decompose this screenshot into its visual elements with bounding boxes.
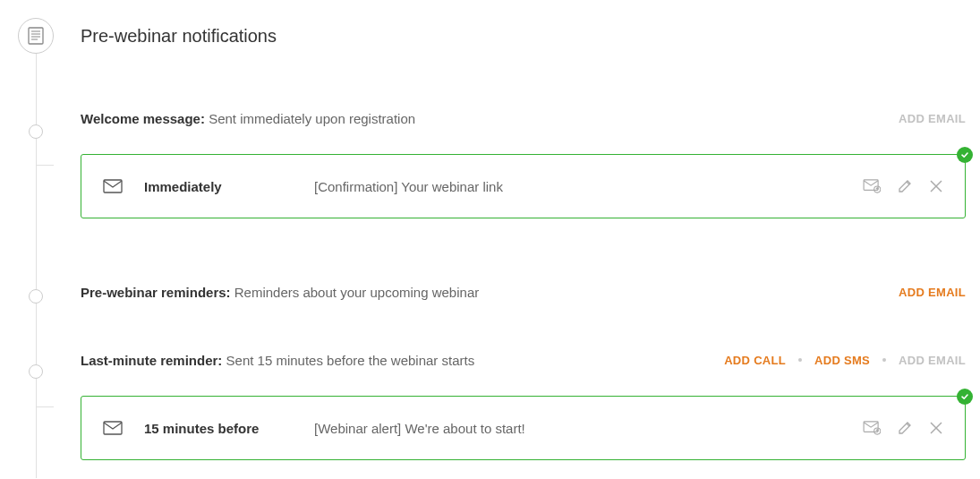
svg-rect-0 xyxy=(29,28,43,44)
edit-button[interactable] xyxy=(897,420,913,436)
section-desc: Reminders about your upcoming webinar xyxy=(234,285,479,300)
svg-rect-12 xyxy=(104,422,122,434)
send-test-button[interactable] xyxy=(863,421,881,435)
mail-send-icon xyxy=(863,179,881,193)
section-actions: ADD EMAIL xyxy=(899,286,966,299)
add-email-button[interactable]: ADD EMAIL xyxy=(899,112,966,125)
mail-send-icon xyxy=(863,421,881,435)
section-header: Pre-webinar reminders: Reminders about y… xyxy=(81,281,966,303)
card-subject: [Webinar alert] We're about to start! xyxy=(314,421,863,436)
section-title: Welcome message: Sent immediately upon r… xyxy=(81,111,415,126)
add-sms-button[interactable]: ADD SMS xyxy=(814,354,870,367)
edit-button[interactable] xyxy=(897,178,913,194)
card-tools xyxy=(863,420,943,436)
section-reminders: Pre-webinar reminders: Reminders about y… xyxy=(81,281,966,303)
add-email-button[interactable]: ADD EMAIL xyxy=(899,286,966,299)
document-icon xyxy=(28,27,44,45)
envelope-icon xyxy=(103,179,123,193)
section-title: Last-minute reminder: Sent 15 minutes be… xyxy=(81,353,474,368)
send-test-button[interactable] xyxy=(863,179,881,193)
notification-card: 15 minutes before [Webinar alert] We're … xyxy=(81,396,966,460)
add-call-button[interactable]: ADD CALL xyxy=(724,354,786,367)
check-icon xyxy=(960,150,969,159)
check-icon xyxy=(960,392,969,401)
section-header: Welcome message: Sent immediately upon r… xyxy=(81,107,966,129)
card-subject: [Confirmation] Your webinar link xyxy=(314,179,863,194)
card-tools xyxy=(863,178,943,194)
add-email-button[interactable]: ADD EMAIL xyxy=(899,354,966,367)
delete-button[interactable] xyxy=(929,179,943,193)
section-actions: ADD EMAIL xyxy=(899,112,966,125)
timeline-node xyxy=(29,289,43,304)
timeline-node xyxy=(29,124,43,139)
section-label: Welcome message: xyxy=(81,111,205,126)
section-welcome: Welcome message: Sent immediately upon r… xyxy=(81,107,966,218)
section-desc: Sent immediately upon registration xyxy=(209,111,415,126)
pencil-icon xyxy=(897,420,913,436)
pencil-icon xyxy=(897,178,913,194)
timeline-line xyxy=(36,54,37,478)
timeline-branch xyxy=(36,165,54,166)
timeline-main-node xyxy=(18,18,54,54)
section-label: Last-minute reminder: xyxy=(81,353,222,368)
section-header: Last-minute reminder: Sent 15 minutes be… xyxy=(81,349,966,371)
section-title: Pre-webinar reminders: Reminders about y… xyxy=(81,285,479,300)
separator-dot xyxy=(798,358,802,362)
notification-card: Immediately [Confirmation] Your webinar … xyxy=(81,154,966,218)
status-badge xyxy=(957,147,973,163)
card-timing: 15 minutes before xyxy=(144,421,314,436)
svg-rect-5 xyxy=(104,180,122,192)
section-lastminute: Last-minute reminder: Sent 15 minutes be… xyxy=(81,349,966,460)
section-actions: ADD CALL ADD SMS ADD EMAIL xyxy=(724,354,966,367)
page-title: Pre-webinar notifications xyxy=(81,18,966,54)
card-timing: Immediately xyxy=(144,179,314,194)
separator-dot xyxy=(882,358,886,362)
section-label: Pre-webinar reminders: xyxy=(81,285,231,300)
close-icon xyxy=(929,179,943,193)
section-desc: Sent 15 minutes before the webinar start… xyxy=(226,353,475,368)
envelope-icon xyxy=(103,421,123,435)
delete-button[interactable] xyxy=(929,421,943,435)
timeline-branch xyxy=(36,406,54,407)
close-icon xyxy=(929,421,943,435)
timeline-node xyxy=(29,364,43,379)
status-badge xyxy=(957,389,973,405)
